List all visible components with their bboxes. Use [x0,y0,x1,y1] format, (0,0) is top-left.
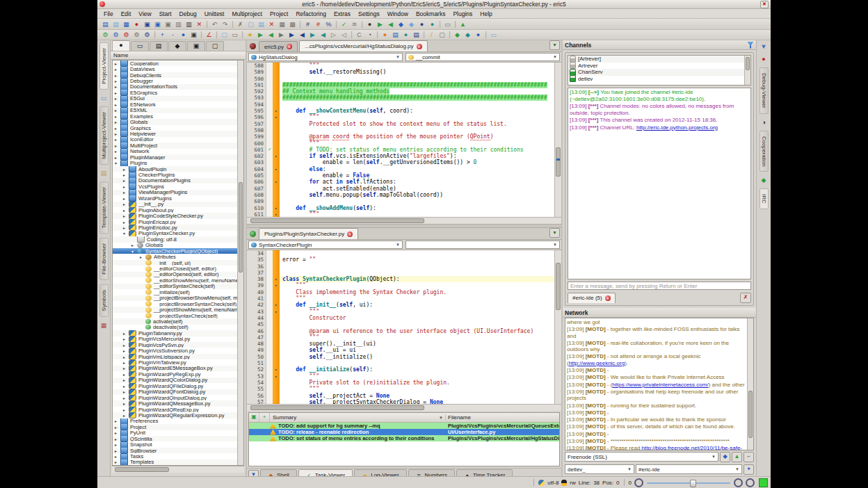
fold-marker-icon[interactable] [273,347,280,353]
open-project-icon[interactable]: ▦ [122,20,131,29]
editor-top-scrollbar[interactable] [554,63,561,217]
tab-project-translations[interactable]: ◆ [168,41,186,51]
new-file-icon[interactable]: ▤ [101,20,110,29]
plugin-debug-icon[interactable]: ◆ [463,31,472,39]
readwrite-indicator[interactable]: rw [570,480,575,486]
tree-expand-arrow[interactable]: ▸ [115,425,120,430]
tree-item[interactable]: ▸ DocumentationPlugins [113,178,237,184]
paste-icon[interactable]: ▤ [257,20,266,29]
code-line[interactable]: 605 enable = False [247,172,554,179]
tree-item[interactable]: ▸ PluginWizardPyRegExp.py [113,371,237,377]
sidebar-tab-cooperation[interactable]: Cooperation [760,131,769,172]
record-icon[interactable]: ● [760,55,768,63]
code-line[interactable]: 592 ## Context menu handling methods [247,88,554,95]
fold-marker-icon[interactable] [273,270,280,276]
title-bar[interactable]: eric5 - /home/detlev/Development/Python/… [97,0,771,9]
continue-icon[interactable]: ▶ [308,31,317,39]
zoom-icon[interactable]: ▣ [189,31,198,39]
uncomment-icon[interactable]: # [314,20,323,29]
search-files-icon[interactable]: ● [417,20,426,29]
code-line[interactable]: 37 [247,270,554,276]
sep[interactable]: | [448,31,451,39]
code-line[interactable]: 609 [247,198,554,204]
tree-expand-arrow[interactable]: ▸ [115,437,120,441]
tree-expand-arrow[interactable]: ▸ [115,131,120,136]
tree-item[interactable]: ▾ Plugins [113,160,237,165]
sep[interactable]: | [335,20,338,29]
task-filter-checkbox-icon[interactable]: ▣ [249,413,259,422]
sidebar-tab-symbols[interactable]: Symbols [99,284,108,317]
tree-expand-arrow[interactable]: ▸ [115,454,120,459]
tree-item[interactable]: ▸ PluginWizardQMessageBox.py [113,400,237,406]
tree-item[interactable]: ▸ Graphics [113,125,237,131]
sep[interactable]: | [422,31,426,39]
fold-marker-icon[interactable] [273,257,280,263]
replace-files-icon[interactable]: ● [428,20,437,29]
code-line[interactable]: 44 Constructor [247,315,554,321]
tree-item[interactable]: ▸ PluginVcsPySvn.py [113,342,237,348]
method-selector-combo[interactable]: ▼ [405,241,560,249]
editor-tab-hgstatusdialog[interactable]: ...csPlugins/vcsMercurial/HgStatusDialog… [299,40,428,51]
pencil-icon[interactable]: / [427,31,436,39]
code-line[interactable]: 53 ▾ """ [247,373,554,380]
channel-tab-eric-ide[interactable]: #eric-ide (5) x [568,293,616,303]
tree-item[interactable]: ▸ __init__.py [113,202,237,207]
sep[interactable]: | [360,20,364,29]
code-line[interactable]: 595 ▾ def __showContextMenu(self, coord)… [247,108,554,114]
tree-expand-arrow[interactable]: ▸ [115,126,120,131]
fold-marker-icon[interactable] [273,133,280,140]
code-line[interactable]: 596 ▾ """ [247,114,554,120]
tree-item[interactable]: ▸ Project [113,424,237,430]
sep[interactable]: | [215,31,218,39]
sidebar-tab-multiproject-viewer[interactable]: Multiproject-Viewer [99,106,108,165]
code-line[interactable]: 51 [247,360,554,366]
tree-item[interactable]: ▸ PluginTabnanny.py [113,330,237,336]
tree-item[interactable]: ▸ PluginVcsMercurial.py [113,336,237,342]
user-row[interactable]: Artrever [568,63,744,70]
class-selector-combo[interactable]: HgStatusDialog ▼ [248,53,403,61]
editor-tab-pluginsyntaxchecker[interactable]: Plugins/PluginSyntaxChecker.py x [259,228,358,239]
tree-expand-arrow[interactable]: ▸ [131,243,137,247]
numbers-icon[interactable]: ▦ [99,321,108,330]
fold-marker-icon[interactable]: ▾ [273,309,280,315]
tree-expand-arrow[interactable]: ▸ [115,61,120,66]
user-list-scrollbar[interactable] [744,56,750,85]
comment-icon[interactable]: # [303,20,312,29]
fold-marker-icon[interactable]: ▾ [273,373,280,380]
irc-message-input[interactable] [568,282,751,290]
undo-icon[interactable]: ↶ [210,20,219,29]
clipboard-icon[interactable]: ▤ [99,169,108,177]
close-icon[interactable]: ● [132,20,141,29]
indent-icon[interactable]: ▦ [278,20,287,29]
menu-item[interactable]: Refactoring [292,10,329,17]
tree-expand-arrow[interactable]: ▸ [115,430,120,435]
tree-expand-arrow[interactable]: ▾ [115,161,120,165]
code-line[interactable]: 52 ▾ def __initialize(self): [247,366,554,373]
tree-expand-arrow[interactable]: ▸ [123,178,129,183]
fold-marker-icon[interactable] [273,380,280,386]
menu-item[interactable]: Window [384,10,412,17]
menu-item[interactable]: Multiproject [228,10,265,17]
code-line[interactable]: 608 self.menu.popup(self.mapToGlobal(coo… [247,192,554,198]
fold-marker-icon[interactable] [273,159,280,165]
code-line[interactable]: 35 error = "" [247,257,554,263]
tab-project-resources[interactable]: ▤ [150,41,168,51]
save-all-icon[interactable]: ▣ [163,20,172,29]
fold-marker-icon[interactable] [273,289,280,295]
sep[interactable]: | [453,20,457,29]
fold-marker-icon[interactable]: ▾ [273,366,280,373]
code-line[interactable]: 589 self.__restoreMissing() [247,69,554,75]
sidebar-tab-template-viewer[interactable]: Template-Viewer [99,181,108,234]
fold-marker-icon[interactable] [273,198,280,204]
half-circle-icon[interactable]: ◑ [760,118,768,127]
tree-item[interactable]: Coding: utf-8 [113,236,237,242]
tree-item[interactable]: __initialize(self) [113,289,237,295]
tree-expand-arrow[interactable]: ▸ [115,73,120,78]
channel-close-icon[interactable]: x [605,295,611,301]
tree-item[interactable]: ▸ ViewManagerPlugins [113,190,237,195]
tree-item[interactable]: __editorOpened(self, editor) [113,272,237,277]
tree-item[interactable]: ▸ PyUnit [113,430,237,436]
column-header-summary[interactable]: Summary ▼ [270,414,446,421]
tree-item[interactable]: ▸ SqlBrowser [113,448,237,453]
code-line[interactable]: 47 """ [247,334,554,341]
